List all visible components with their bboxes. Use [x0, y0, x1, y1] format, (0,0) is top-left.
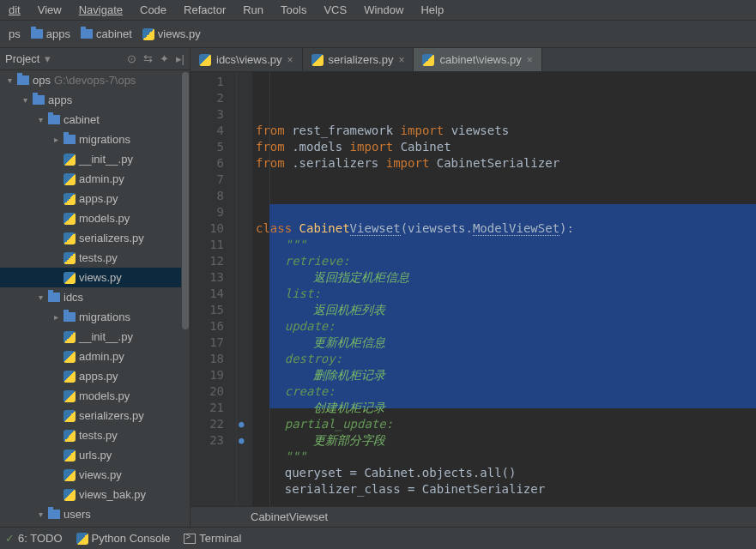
breadcrumb-item[interactable]: cabinet: [81, 27, 132, 40]
expand-arrow-icon[interactable]: ▾: [21, 95, 29, 105]
close-icon[interactable]: ×: [527, 54, 533, 66]
code-line[interactable]: 删除机柜记录: [252, 367, 756, 383]
code-line[interactable]: create:: [252, 383, 756, 400]
code-line[interactable]: update:: [252, 318, 756, 335]
python-file-icon: [64, 193, 76, 205]
close-icon[interactable]: ×: [287, 54, 293, 66]
settings-icon[interactable]: ✦: [160, 52, 169, 65]
menu-refactor[interactable]: Refactor: [178, 2, 231, 18]
tree-label: migrations: [79, 311, 130, 323]
hide-icon[interactable]: ▸|: [176, 52, 184, 65]
code-line[interactable]: retrieve:: [252, 253, 756, 269]
close-icon[interactable]: ×: [398, 54, 404, 66]
editor-tab[interactable]: serializers.py×: [303, 48, 414, 71]
menu-view[interactable]: View: [33, 2, 67, 18]
editor-tab[interactable]: cabinet\views.py×: [414, 48, 541, 71]
crumb-class[interactable]: CabinetViewset: [251, 510, 328, 523]
menu-window[interactable]: Window: [359, 2, 408, 18]
breadcrumb-item[interactable]: views.py: [142, 27, 201, 40]
code-line[interactable]: from rest_framework import viewsets: [252, 123, 756, 139]
code-line[interactable]: from .serializers import CabinetSerializ…: [252, 155, 756, 172]
tree-item-migrations[interactable]: ▸migrations: [0, 130, 190, 149]
tree-label: apps: [48, 94, 72, 106]
project-tree[interactable]: ▾ops G:\devops-7\ops▾apps▾cabinet▸migrat…: [0, 70, 190, 527]
override-marker-icon[interactable]: ●: [239, 432, 245, 449]
tree-item-__init__-py[interactable]: __init__.py: [0, 149, 190, 169]
project-title: Project: [5, 52, 39, 65]
code-line[interactable]: 更新部分字段: [252, 432, 756, 449]
expand-arrow-icon[interactable]: ▾: [5, 75, 14, 85]
breadcrumb-label: apps: [46, 27, 70, 40]
tree-item-models-py[interactable]: models.py: [0, 208, 190, 228]
code-line[interactable]: class CabinetViewset(viewsets.ModelViewS…: [252, 220, 756, 237]
code-line[interactable]: """: [252, 237, 756, 253]
tree-item-views-py[interactable]: views.py: [0, 268, 190, 287]
code-line[interactable]: 创建机柜记录: [252, 400, 756, 416]
bottom-tool-terminal[interactable]: Terminal: [184, 532, 241, 545]
tree-item-admin-py[interactable]: admin.py: [0, 169, 190, 189]
tree-item-apps-py[interactable]: apps.py: [0, 189, 190, 208]
python-file-icon: [64, 351, 76, 363]
project-header: Project ▾ ⊙ ⇆ ✦ ▸|: [0, 48, 190, 70]
tab-label: cabinet\views.py: [439, 53, 521, 66]
tree-label: cabinet: [64, 113, 100, 126]
code-line[interactable]: from .models import Cabinet: [252, 139, 756, 155]
code-line[interactable]: 更新机柜信息: [252, 335, 756, 351]
tree-item-admin-py[interactable]: admin.py: [0, 347, 190, 366]
expand-arrow-icon[interactable]: ▸: [51, 312, 60, 322]
tree-item-cabinet[interactable]: ▾cabinet: [0, 110, 190, 130]
collapse-icon[interactable]: ⇆: [143, 52, 153, 65]
bottom-tool-python-console[interactable]: Python Console: [76, 532, 171, 545]
tree-scrollbar[interactable]: [181, 70, 190, 527]
code-line[interactable]: """: [252, 449, 756, 465]
structure-breadcrumb[interactable]: CabinetViewset: [191, 506, 756, 527]
tree-item-apps-py[interactable]: apps.py: [0, 366, 190, 386]
expand-arrow-icon[interactable]: ▾: [36, 115, 45, 124]
menu-navigate[interactable]: Navigate: [74, 2, 128, 18]
code-line[interactable]: [252, 204, 756, 220]
code-line[interactable]: [252, 172, 756, 188]
menu-dit[interactable]: dit: [3, 2, 26, 18]
breadcrumb-item[interactable]: ps: [9, 27, 21, 40]
code-line[interactable]: [252, 188, 756, 204]
tree-item-apps[interactable]: ▾apps: [0, 90, 190, 110]
locate-icon[interactable]: ⊙: [127, 52, 136, 65]
tree-item-serializers-py[interactable]: serializers.py: [0, 406, 190, 425]
breadcrumb-item[interactable]: apps: [31, 27, 70, 40]
expand-arrow-icon[interactable]: ▸: [51, 135, 60, 144]
code-content[interactable]: from rest_framework import viewsetsfrom …: [252, 72, 756, 506]
menu-code[interactable]: Code: [135, 2, 172, 18]
tree-item-serializers-py[interactable]: serializers.py: [0, 228, 190, 248]
tree-item-ops[interactable]: ▾ops G:\devops-7\ops: [0, 70, 190, 90]
tree-item-views-py[interactable]: views.py: [0, 465, 190, 485]
code-editor[interactable]: 1234567891011121314151617181920212223 ●●…: [191, 72, 756, 506]
tree-item-tests-py[interactable]: tests.py: [0, 248, 190, 268]
tree-item-tests-py[interactable]: tests.py: [0, 425, 190, 445]
bottom-tool----todo[interactable]: ✓6: TODO: [5, 532, 63, 545]
expand-arrow-icon[interactable]: ▾: [36, 293, 45, 302]
tree-item-__init__-py[interactable]: __init__.py: [0, 327, 190, 347]
tree-item-users[interactable]: ▾users: [0, 504, 190, 524]
menu-vcs[interactable]: VCS: [318, 2, 352, 18]
scrollbar-thumb[interactable]: [182, 72, 189, 329]
code-line[interactable]: queryset = Cabinet.objects.all(): [252, 465, 756, 481]
editor-tab[interactable]: idcs\views.py×: [191, 48, 303, 71]
override-marker-icon[interactable]: ●: [239, 416, 245, 432]
code-line[interactable]: serializer_class = CabinetSerializer: [252, 481, 756, 498]
menu-help[interactable]: Help: [415, 2, 449, 18]
code-line[interactable]: list:: [252, 286, 756, 302]
tree-label: views.py: [79, 468, 122, 481]
dropdown-icon[interactable]: ▾: [45, 52, 51, 65]
expand-arrow-icon[interactable]: ▾: [36, 510, 45, 519]
tree-item-urls-py[interactable]: urls.py: [0, 445, 190, 465]
tree-item-idcs[interactable]: ▾idcs: [0, 287, 190, 307]
menu-run[interactable]: Run: [238, 2, 269, 18]
tree-item-views_bak-py[interactable]: views_bak.py: [0, 485, 190, 504]
tree-item-models-py[interactable]: models.py: [0, 386, 190, 406]
code-line[interactable]: 返回指定机柜信息: [252, 269, 756, 286]
tree-item-migrations[interactable]: ▸migrations: [0, 307, 190, 327]
code-line[interactable]: 返回机柜列表: [252, 302, 756, 318]
menu-tools[interactable]: Tools: [275, 2, 311, 18]
code-line[interactable]: partial_update:: [252, 416, 756, 432]
code-line[interactable]: destroy:: [252, 351, 756, 367]
